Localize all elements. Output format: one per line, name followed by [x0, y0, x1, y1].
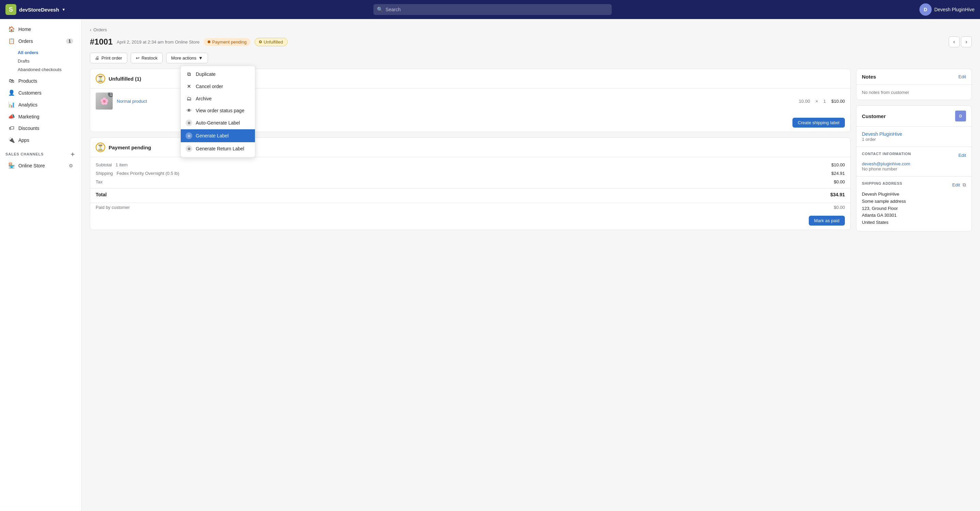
- customer-info: Devesh PluginHive 1 order: [856, 127, 972, 147]
- store-name: devStoreDevesh: [19, 7, 59, 13]
- paid-label: Paid by customer: [95, 205, 130, 210]
- address-line5: United States: [862, 219, 966, 226]
- product-info: Normal product: [117, 98, 147, 104]
- discounts-icon: 🏷: [8, 125, 15, 131]
- sidebar-item-all-orders[interactable]: All orders: [15, 48, 81, 57]
- duplicate-icon: ⧉: [186, 71, 192, 77]
- payment-badge-dot: [208, 40, 210, 43]
- customers-icon: 👤: [8, 89, 15, 96]
- sidebar: 🏠 Home 📋 Orders 1 All orders Drafts Aban…: [0, 19, 82, 511]
- fulfillment-status-badge: Unfulfilled: [255, 38, 287, 46]
- total-value: $34.91: [830, 192, 845, 197]
- sidebar-item-discounts[interactable]: 🏷 Discounts: [3, 122, 79, 134]
- customer-avatar: D: [955, 111, 966, 121]
- store-logo[interactable]: S devStoreDevesh ▼: [5, 4, 65, 15]
- notes-empty: No notes from customer: [862, 90, 909, 95]
- shipping-edit-button[interactable]: Edit: [953, 182, 960, 187]
- dropdown-item-generate-label[interactable]: ⚙ Generate Label: [181, 129, 255, 142]
- shipping-value: $24.91: [831, 171, 845, 176]
- sidebar-item-customers[interactable]: 👤 Customers: [3, 87, 79, 98]
- mark-paid-section: Mark as paid: [90, 212, 850, 230]
- sidebar-item-orders[interactable]: 📋 Orders 1: [3, 35, 79, 47]
- dropdown-item-cancel-order[interactable]: ✕ Cancel order: [181, 80, 255, 92]
- marketing-icon: 📣: [8, 113, 15, 120]
- dropdown-label: Cancel order: [196, 84, 223, 89]
- sidebar-item-apps[interactable]: 🔌 Apps: [3, 134, 79, 146]
- breadcrumb-arrow: ‹: [90, 27, 91, 32]
- chevron-down-icon: ▼: [199, 56, 203, 60]
- user-info[interactable]: D Devesh PluginHive: [920, 3, 975, 16]
- sidebar-item-abandoned-checkouts[interactable]: Abandoned checkouts: [15, 65, 81, 74]
- sidebar-item-home[interactable]: 🏠 Home: [3, 23, 79, 35]
- sidebar-item-label: Orders: [18, 38, 33, 44]
- sidebar-item-label: Apps: [18, 138, 29, 143]
- sidebar-item-marketing[interactable]: 📣 Marketing: [3, 111, 79, 122]
- customer-name[interactable]: Devesh PluginHive: [862, 131, 966, 137]
- dropdown-label: Generate Return Label: [196, 146, 244, 151]
- mark-as-paid-button[interactable]: Mark as paid: [809, 216, 845, 225]
- generate-label-icon: ⚙: [186, 132, 192, 139]
- add-sales-channel-icon[interactable]: ＋: [70, 150, 76, 158]
- cancel-icon: ✕: [186, 83, 192, 89]
- product-name[interactable]: Normal product: [117, 98, 147, 104]
- total-label: Total: [95, 192, 107, 197]
- print-order-button[interactable]: 🖨 Print order: [90, 53, 127, 63]
- customer-phone: No phone number: [862, 167, 966, 171]
- top-navigation: S devStoreDevesh ▼ 🔍 D Devesh PluginHive: [0, 0, 980, 19]
- more-actions-button[interactable]: More actions ▼: [166, 53, 208, 63]
- restock-label: Restock: [142, 56, 158, 60]
- sidebar-item-label: Customers: [18, 90, 41, 95]
- main-content: ‹ Orders #1001 April 2, 2019 at 2:34 am …: [82, 19, 980, 511]
- dropdown-item-auto-generate[interactable]: ⚙ Auto-Generate Label: [181, 116, 255, 129]
- dropdown-label: Generate Label: [196, 133, 229, 138]
- auto-generate-icon: ⚙: [186, 119, 192, 126]
- copy-address-icon[interactable]: ⧉: [963, 182, 966, 188]
- product-total: $10.00: [831, 98, 845, 104]
- sidebar-item-analytics[interactable]: 📊 Analytics: [3, 98, 79, 111]
- right-column: Notes Edit No notes from customer Custom…: [856, 69, 972, 237]
- orders-submenu: All orders Drafts Abandoned checkouts: [0, 47, 81, 75]
- dropdown-item-duplicate[interactable]: ⧉ Duplicate: [181, 68, 255, 80]
- product-price-info: 10.00 × 1 $10.00: [799, 98, 845, 104]
- notes-edit-button[interactable]: Edit: [959, 74, 966, 79]
- fulfillment-status-icon: ⏳: [95, 74, 105, 83]
- shipping-row: Shipping Fedex Priority Overnight (0.5 l…: [90, 169, 850, 178]
- notes-card-header: Notes Edit: [856, 69, 972, 85]
- search-input[interactable]: [374, 4, 612, 15]
- address-line2: Some sample address: [862, 198, 966, 205]
- chevron-down-icon: ▼: [62, 8, 66, 11]
- apps-icon: 🔌: [8, 137, 15, 143]
- sidebar-item-online-store[interactable]: 🏪 Online Store ⚙: [3, 160, 79, 171]
- dropdown-item-view-status[interactable]: 👁 View order status page: [181, 105, 255, 116]
- sales-channels-section: SALES CHANNELS ＋: [0, 146, 81, 160]
- address-line3: 123, Ground Floor: [862, 205, 966, 212]
- nav-arrows: ‹ ›: [949, 36, 972, 47]
- product-multiply: ×: [815, 98, 818, 104]
- product-qty: 1: [823, 98, 826, 104]
- dropdown-item-archive[interactable]: 🗂 Archive: [181, 92, 255, 105]
- tax-label: Tax: [95, 179, 102, 184]
- user-name: Devesh PluginHive: [934, 7, 975, 12]
- contact-edit-button[interactable]: Edit: [959, 153, 966, 158]
- total-row: Total $34.91: [90, 188, 850, 201]
- print-icon: 🖨: [95, 56, 99, 60]
- paid-value: $0.00: [834, 205, 845, 210]
- dropdown-label: View order status page: [196, 108, 244, 113]
- customer-email[interactable]: devesh@pluginhive.com: [862, 161, 966, 167]
- restock-button[interactable]: ↩ Restock: [131, 53, 163, 63]
- breadcrumb-label: Orders: [93, 27, 107, 32]
- next-order-button[interactable]: ›: [961, 36, 972, 47]
- online-store-settings-icon[interactable]: ⚙: [69, 163, 73, 168]
- fulfillment-badge-dot: [259, 40, 262, 43]
- sidebar-item-products[interactable]: 🛍 Products: [3, 75, 79, 87]
- sidebar-item-drafts[interactable]: Drafts: [15, 57, 81, 65]
- home-icon: 🏠: [8, 26, 15, 32]
- sidebar-item-label: Online Store: [18, 163, 45, 168]
- payment-details: Subtotal 1 item $10.00 Shipping Fedex Pr…: [90, 157, 850, 212]
- sales-channels-title: SALES CHANNELS: [5, 152, 44, 156]
- create-shipping-label-button[interactable]: Create shipping label: [792, 118, 845, 128]
- product-price: 10.00: [799, 98, 810, 104]
- breadcrumb[interactable]: ‹ Orders: [90, 27, 972, 32]
- dropdown-item-generate-return[interactable]: ⚙ Generate Return Label: [181, 142, 255, 155]
- prev-order-button[interactable]: ‹: [949, 36, 959, 47]
